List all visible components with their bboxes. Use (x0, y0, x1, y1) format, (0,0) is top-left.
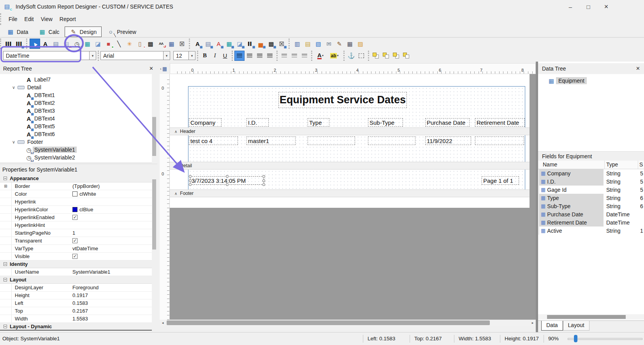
dashed-frame-button[interactable] (356, 51, 366, 61)
page-number-object[interactable]: Page 1 of 1 (482, 176, 519, 185)
field-row-sub-type[interactable]: ▦Sub-TypeString6 (538, 202, 644, 210)
property-group-layout[interactable]: Layout (0, 276, 152, 284)
column-header-object-i-d-[interactable]: I.D. (246, 118, 269, 127)
tab-design[interactable]: ✎Design (65, 27, 102, 37)
report-tree-item-dbtext2[interactable]: A▦DBText2 (0, 99, 152, 107)
underline-button[interactable]: U (220, 51, 230, 61)
shape-tool-button[interactable]: ■● (103, 39, 114, 49)
column-header-object-purchase-date[interactable]: Purchase Date (425, 118, 470, 127)
fields-column-s[interactable]: S (639, 161, 643, 168)
field-row-purchase-date[interactable]: ▦Purchase DateDateTime (538, 210, 644, 218)
valign-middle-button[interactable] (289, 51, 299, 61)
report-tree-scrollbar[interactable] (152, 74, 157, 163)
db-barcode-button[interactable]: ▌▌▌▦ (14, 39, 25, 49)
column-header-object-company[interactable]: Company (189, 118, 222, 127)
ruler-units-icon[interactable]: ▦ (162, 66, 167, 72)
canvas-hscrollbar[interactable]: ◂ ▸ (160, 320, 536, 326)
highlight-button[interactable]: ab▾ (327, 51, 342, 61)
anchor-button[interactable]: ⚓ (346, 51, 356, 61)
field-row-gage-id[interactable]: ▦Gage IdString5 (538, 186, 644, 194)
checkbox-checked-icon[interactable]: ✓ (72, 215, 77, 220)
barcode-button[interactable]: ▌▌▌ (4, 39, 14, 49)
scroll-left-icon[interactable]: ◂ (160, 320, 166, 326)
tab-preview[interactable]: ○╲Preview (102, 27, 141, 37)
close-button[interactable]: × (597, 0, 615, 13)
report-tree-item-systemvariable2[interactable]: ◷12SystemVariable2 (0, 154, 152, 161)
property-value[interactable]: 1 (71, 230, 152, 236)
panel-tab-data[interactable]: Data (541, 321, 563, 331)
map-tool-button[interactable]: ▨ (355, 39, 366, 49)
style-combo-arrow-icon[interactable]: ▾ (90, 51, 96, 60)
property-row-color[interactable]: ColorclWhite (0, 190, 152, 198)
property-row-height[interactable]: Height0.1917 (0, 292, 152, 299)
field-row-type[interactable]: ▦TypeString6 (538, 194, 644, 202)
detail-field-object-5[interactable] (475, 136, 524, 145)
property-row-startingpageno[interactable]: StartingPageNo1 (0, 229, 152, 237)
barcode-2d-tool-button[interactable]: ▩ (145, 39, 156, 49)
minimize-button[interactable]: – (561, 0, 579, 13)
db-text-button[interactable]: A▦ (192, 39, 203, 49)
align-justify-button[interactable] (265, 51, 275, 61)
expand-icon[interactable]: ⊞ (0, 182, 12, 190)
tree-expander-icon[interactable]: ∨ (11, 140, 16, 145)
align-center-button[interactable] (245, 51, 255, 61)
detail-field-object-1[interactable]: master1 (246, 136, 296, 145)
property-value[interactable]: clBlue (71, 207, 152, 212)
field-row-i-d-[interactable]: ▦I.D.String5 (538, 177, 644, 186)
property-row-left[interactable]: Left0.1583 (0, 299, 152, 307)
font-color-button[interactable]: A▾ (314, 51, 327, 61)
band-separator-footer[interactable]: ∧Footer (170, 189, 530, 197)
line-tool-button[interactable]: ╲ (114, 39, 124, 49)
report-tree-item-dbtext1[interactable]: A▦DBText1 (0, 91, 152, 99)
image-tool-button[interactable]: ◪ (93, 39, 103, 49)
panel-tab-layout[interactable]: Layout (563, 321, 589, 331)
band-collapse-icon[interactable]: ∧ (174, 129, 177, 134)
field-row-company[interactable]: ▦CompanyString5 (538, 169, 644, 177)
db-barcode-2d-button[interactable]: ▩▦ (266, 39, 276, 49)
db-rich-text-button[interactable]: A▦ (213, 39, 224, 49)
property-value[interactable]: SystemVariable1 (71, 269, 152, 275)
report-wizard-button[interactable]: ▧ (313, 39, 324, 49)
property-value[interactable]: 0.1583 (71, 300, 152, 306)
grid-tool-button[interactable]: ▦ (345, 39, 355, 49)
font-size-combo[interactable]: 12 (173, 51, 189, 60)
menu-file[interactable]: File (5, 14, 21, 24)
report-tree-item-footer[interactable]: ∨Footer (0, 138, 152, 146)
tree-expander-icon[interactable]: ∨ (11, 85, 16, 90)
chart-wheel-tool-button[interactable]: ✳ (124, 39, 135, 49)
fields-column-type[interactable]: Type (606, 161, 618, 168)
mail-merge-button[interactable]: ✉ (324, 39, 334, 49)
property-group-appearance[interactable]: Appearance (0, 175, 152, 182)
report-title-object[interactable]: Equipment Service Dates (278, 92, 407, 108)
data-tree-close-icon[interactable]: ✕ (636, 65, 640, 71)
report-tree-item-dbtext4[interactable]: A▦DBText4 (0, 115, 152, 122)
property-row-designlayer[interactable]: DesignLayerForeground (0, 284, 152, 292)
bold-button[interactable]: B (200, 51, 210, 61)
property-row-vartype[interactable]: VarTypevtDateTime (0, 245, 152, 253)
system-variable-tool-button[interactable]: ◷12 (72, 39, 82, 49)
maximize-button[interactable]: □ (579, 0, 597, 13)
db-barcode-field-button[interactable]: ▌▌▦ (245, 39, 255, 49)
resize-handle[interactable] (189, 183, 192, 186)
report-template-button[interactable]: ▤ (303, 39, 313, 49)
valign-top-button[interactable] (279, 51, 289, 61)
property-row-width[interactable]: Width1.5583 (0, 315, 152, 323)
property-row-hyperlinkenabled[interactable]: HyperlinkEnabled✓ (0, 214, 152, 221)
data-tree-item-equipment[interactable]: ▦ Equipment (538, 76, 644, 85)
detail-field-object-2[interactable] (308, 136, 355, 145)
label-tool-button[interactable]: A (40, 39, 51, 49)
datetime-variable-object[interactable]: 3/7/2023 3:14:05 PM (190, 176, 264, 185)
zoom-slider-thumb[interactable] (574, 335, 577, 342)
column-header-object-retirement-date[interactable]: Retirement Date (475, 118, 525, 127)
style-combo[interactable]: DateTime (3, 51, 90, 60)
zoom-slider[interactable] (568, 338, 642, 340)
align-right-button[interactable] (255, 51, 265, 61)
report-tree-item-dbtext5[interactable]: A▦DBText5 (0, 122, 152, 130)
property-row-border[interactable]: ⊞Border(TppBorder) (0, 182, 152, 190)
property-row-visible[interactable]: Visible✓ (0, 253, 152, 260)
resize-handle[interactable] (226, 183, 229, 186)
char-size-tool-button[interactable]: AA↺ (156, 39, 166, 49)
detail-field-object-0[interactable]: test co 4 (189, 136, 238, 145)
report-tree-close-icon[interactable]: ✕ (149, 65, 153, 71)
report-tree-item-label7[interactable]: ALabel7 (0, 76, 152, 83)
